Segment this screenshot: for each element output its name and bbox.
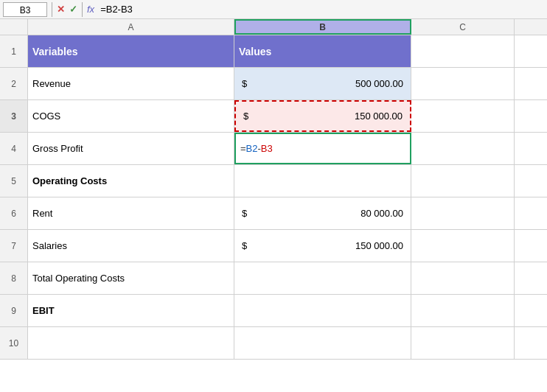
cell-b6[interactable]: $ 80 000.00: [234, 197, 411, 229]
formula-icons: ✕ ✓: [57, 4, 77, 15]
table-row: 1 Variables Values: [0, 35, 547, 68]
row-num-1: 1: [0, 35, 28, 67]
formula-ref-b2: B2: [246, 143, 258, 154]
row-num-7: 7: [0, 230, 28, 262]
money-value-b3: 150 000.00: [355, 111, 403, 122]
table-row: 3 COGS $ 150 000.00: [0, 100, 547, 133]
formula-bar-divider: [52, 2, 52, 17]
cell-a7[interactable]: Salaries: [28, 230, 234, 262]
cell-a5[interactable]: Operating Costs: [28, 165, 234, 197]
cell-b8[interactable]: [234, 262, 411, 294]
row-num-2: 2: [0, 68, 28, 99]
currency-symbol-b6: $: [242, 208, 247, 219]
table-row: 4 Gross Profit = B2 - B3: [0, 133, 547, 165]
cell-b9[interactable]: [234, 295, 411, 326]
cell-a10[interactable]: [28, 327, 234, 359]
money-value-b6: 80 000.00: [360, 208, 403, 219]
row-num-6: 6: [0, 197, 28, 229]
cell-b7[interactable]: $ 150 000.00: [234, 230, 411, 262]
cancel-icon[interactable]: ✕: [57, 4, 65, 15]
money-display-b7: $ 150 000.00: [239, 240, 406, 251]
cell-a5-value: Operating Costs: [32, 175, 107, 186]
table-row: 6 Rent $ 80 000.00: [0, 197, 547, 230]
table-row: 9 EBIT: [0, 295, 547, 327]
cell-b3[interactable]: $ 150 000.00: [234, 100, 411, 132]
row-num-5: 5: [0, 165, 28, 197]
cell-a8-value: Total Operating Costs: [32, 273, 125, 284]
formula-bar-divider2: [82, 2, 83, 17]
cell-a9[interactable]: EBIT: [28, 295, 234, 326]
cell-c4[interactable]: [411, 133, 515, 164]
cell-b1-value: Values: [239, 46, 271, 57]
formula-equals: =: [240, 143, 246, 154]
table-row: 8 Total Operating Costs: [0, 262, 547, 295]
cell-a2[interactable]: Revenue: [28, 68, 234, 99]
currency-symbol-b2: $: [242, 78, 247, 89]
table-row: 10: [0, 327, 547, 360]
cell-reference-box[interactable]: B3: [3, 2, 47, 17]
cell-c6[interactable]: [411, 197, 515, 229]
cell-a9-value: EBIT: [32, 305, 55, 316]
spreadsheet: A B C 1 Variables Values 2 Revenue $: [0, 19, 547, 392]
table-row: 5 Operating Costs: [0, 165, 547, 197]
formula-display-b4: = B2 - B3: [240, 143, 273, 154]
cell-a1[interactable]: Variables: [28, 35, 234, 67]
cell-b10[interactable]: [234, 327, 411, 359]
money-display-b3: $ 150 000.00: [240, 111, 405, 122]
cell-c7[interactable]: [411, 230, 515, 262]
cell-a2-value: Revenue: [32, 78, 71, 89]
grid-body: 1 Variables Values 2 Revenue $ 500 000.0…: [0, 35, 547, 392]
currency-symbol-b3: $: [243, 111, 248, 122]
row-num-8: 8: [0, 262, 28, 294]
row-num-4: 4: [0, 133, 28, 164]
table-row: 7 Salaries $ 150 000.00: [0, 230, 547, 262]
formula-ref-b3: B3: [261, 143, 273, 154]
cell-b4[interactable]: = B2 - B3: [234, 133, 411, 164]
cell-a8[interactable]: Total Operating Costs: [28, 262, 234, 294]
cell-a1-value: Variables: [32, 46, 78, 57]
currency-symbol-b7: $: [242, 240, 247, 251]
cell-a4[interactable]: Gross Profit: [28, 133, 234, 164]
cell-a7-value: Salaries: [32, 240, 67, 251]
row-num-header: [0, 19, 28, 35]
fx-label: fx: [87, 4, 94, 15]
cell-a6[interactable]: Rent: [28, 197, 234, 229]
table-row: 2 Revenue $ 500 000.00: [0, 68, 547, 100]
column-headers: A B C: [0, 19, 547, 35]
cell-a3[interactable]: COGS: [28, 100, 234, 132]
cell-c9[interactable]: [411, 295, 515, 326]
formula-input[interactable]: [100, 4, 544, 15]
row-num-10: 10: [0, 327, 28, 359]
cell-b5[interactable]: [234, 165, 411, 197]
cell-c3[interactable]: [411, 100, 515, 132]
money-display-b6: $ 80 000.00: [239, 208, 406, 219]
money-display-b2: $ 500 000.00: [239, 78, 406, 89]
cell-c8[interactable]: [411, 262, 515, 294]
formula-bar: B3 ✕ ✓ fx: [0, 0, 547, 19]
money-value-b7: 150 000.00: [355, 240, 403, 251]
row-num-9: 9: [0, 295, 28, 326]
col-header-b[interactable]: B: [234, 19, 411, 35]
cell-a6-value: Rent: [32, 208, 52, 219]
cell-c10[interactable]: [411, 327, 515, 359]
cell-a4-value: Gross Profit: [32, 143, 83, 154]
cell-a3-value: COGS: [32, 111, 60, 122]
confirm-icon[interactable]: ✓: [69, 4, 77, 15]
money-value-b2: 500 000.00: [355, 78, 403, 89]
cell-c2[interactable]: [411, 68, 515, 99]
col-header-a[interactable]: A: [28, 19, 234, 35]
cell-c1[interactable]: [411, 35, 515, 67]
cell-b1[interactable]: Values: [234, 35, 411, 67]
cell-b2[interactable]: $ 500 000.00: [234, 68, 411, 99]
col-header-c[interactable]: C: [411, 19, 515, 35]
row-num-3: 3: [0, 100, 28, 132]
cell-c5[interactable]: [411, 165, 515, 197]
